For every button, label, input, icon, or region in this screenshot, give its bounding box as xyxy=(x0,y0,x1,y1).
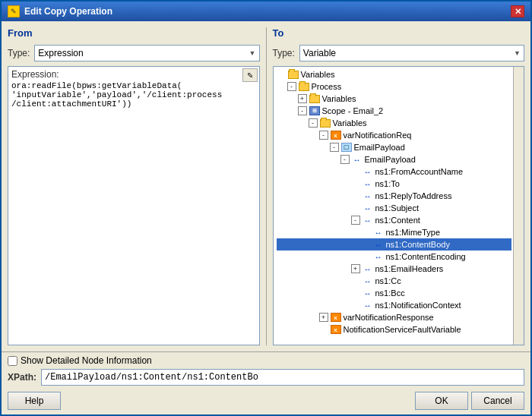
tree-row[interactable]: ↔ns1:NotificationContext xyxy=(277,299,512,311)
tree-scrollbar[interactable] xyxy=(513,67,524,345)
tree-toggle[interactable]: - xyxy=(351,216,360,225)
tree-row[interactable]: ↔ns1:Subject xyxy=(277,202,512,214)
show-detail-checkbox[interactable] xyxy=(8,356,17,366)
tree-item-label: ns1:NotificationContext xyxy=(375,301,461,310)
folder-icon xyxy=(319,118,331,128)
tree-toggle[interactable]: + xyxy=(298,94,307,103)
from-type-arrow: ▼ xyxy=(249,49,256,57)
tree-row[interactable]: -↔ns1:Content xyxy=(277,214,512,226)
arrow-icon: ↔ xyxy=(351,154,363,165)
tree-item-label: varNotificationReq xyxy=(344,131,412,140)
tree-row[interactable]: ↔ns1:MimeType xyxy=(277,226,512,238)
tree-item-label: EmailPayload xyxy=(365,155,416,164)
arrow-icon: ↔ xyxy=(362,203,374,213)
expression-label: Expression: xyxy=(8,67,259,80)
tree-item-label: EmailPayload xyxy=(354,143,405,152)
tree-item-label: ns1:ContentBody xyxy=(386,240,450,249)
tree-item-label: ns1:Bcc xyxy=(375,288,405,298)
close-button[interactable]: ✕ xyxy=(511,5,524,17)
tree-row[interactable]: +↔ns1:EmailHeaders xyxy=(277,263,512,275)
xpath-input[interactable] xyxy=(41,369,524,386)
tree-container[interactable]: Variables-Process+Variables-⊞Scope - Ema… xyxy=(273,66,525,345)
arrow-icon: ↔ xyxy=(362,300,374,310)
tree-row[interactable]: -☐EmailPayload xyxy=(277,141,512,153)
ok-cancel-group: OK Cancel xyxy=(415,392,524,410)
to-title: To xyxy=(273,27,525,39)
arrow-icon: ↔ xyxy=(362,166,374,177)
ok-button[interactable]: OK xyxy=(415,392,468,410)
tree-toggle[interactable]: - xyxy=(330,143,339,152)
tree-row[interactable]: ↔ns1:Cc xyxy=(277,275,512,287)
tree-content: Variables-Process+Variables-⊞Scope - Ema… xyxy=(274,67,514,337)
folder-icon xyxy=(298,81,310,92)
tree-row[interactable]: ↔ns1:Bcc xyxy=(277,287,512,299)
scope-icon: ⊞ xyxy=(309,106,321,116)
expression-input[interactable] xyxy=(8,80,259,345)
main-window: ✎ Edit Copy Operation ✕ From Type: Expre… xyxy=(0,0,532,416)
tree-item-label: Variables xyxy=(301,70,335,79)
help-button[interactable]: Help xyxy=(8,392,61,410)
tree-item-label: ns1:MimeType xyxy=(386,228,441,237)
folder-icon xyxy=(287,69,299,80)
folder-icon xyxy=(309,93,321,104)
arrow-icon: ↔ xyxy=(362,178,374,189)
variable-icon: x xyxy=(330,324,342,335)
variable-icon: x xyxy=(330,312,342,323)
element-icon: ☐ xyxy=(340,142,353,153)
tree-item-label: ns1:To xyxy=(375,179,400,188)
to-type-row: Type: Variable ▼ xyxy=(273,45,525,61)
bottom-bar: Show Detailed Node Information XPath: He… xyxy=(2,351,530,414)
arrow-icon: ↔ xyxy=(362,276,374,286)
tree-row[interactable]: xNotificationServiceFaultVariable xyxy=(277,323,512,336)
tree-row[interactable]: +xvarNotificationResponse xyxy=(277,311,512,323)
variable-icon: x xyxy=(330,130,342,140)
tree-item-label: ns1:Subject xyxy=(375,203,419,213)
tree-row[interactable]: ↔ns1:ReplyToAddress xyxy=(277,190,512,202)
tree-row[interactable]: -Process xyxy=(277,80,512,93)
expr-edit-btn[interactable]: ✎ xyxy=(242,68,258,82)
tree-toggle[interactable]: + xyxy=(351,264,360,273)
panel-divider xyxy=(266,27,267,345)
from-title: From xyxy=(8,27,260,39)
expression-area: Expression: ✎ xyxy=(8,66,260,345)
tree-item-label: Process xyxy=(312,82,342,91)
tree-row[interactable]: ↔ns1:ContentEncoding xyxy=(277,251,512,263)
arrow-icon: ↔ xyxy=(372,239,385,250)
from-panel: From Type: Expression ▼ Expression: ✎ xyxy=(8,27,260,345)
window-icon: ✎ xyxy=(8,5,20,17)
tree-toggle[interactable]: - xyxy=(340,155,350,164)
tree-toggle[interactable]: + xyxy=(319,313,328,322)
tree-toggle[interactable]: - xyxy=(298,106,307,115)
to-type-dropdown[interactable]: Variable ▼ xyxy=(299,45,524,61)
tree-item-label: NotificationServiceFaultVariable xyxy=(344,325,461,334)
arrow-icon: ↔ xyxy=(362,263,374,274)
tree-row[interactable]: -⊞Scope - Email_2 xyxy=(277,105,512,117)
tree-row[interactable]: +Variables xyxy=(277,93,512,105)
arrow-icon: ↔ xyxy=(372,251,385,262)
tree-item-label: varNotificationResponse xyxy=(344,313,434,322)
arrow-icon: ↔ xyxy=(362,288,374,298)
tree-toggle[interactable]: - xyxy=(309,118,318,128)
tree-toggle[interactable]: - xyxy=(287,82,296,91)
button-row: Help OK Cancel xyxy=(8,389,524,410)
xpath-row: XPath: xyxy=(8,369,524,386)
tree-item-label: Variables xyxy=(322,94,356,103)
cancel-button[interactable]: Cancel xyxy=(471,392,524,410)
tree-item-label: ns1:Content xyxy=(375,216,420,225)
tree-row[interactable]: Variables xyxy=(277,68,512,80)
tree-row[interactable]: ↔ns1:ContentBody xyxy=(277,238,512,251)
title-bar-left: ✎ Edit Copy Operation xyxy=(8,5,112,17)
tree-row[interactable]: -↔EmailPayload xyxy=(277,153,512,165)
tree-row[interactable]: -Variables xyxy=(277,117,512,129)
from-type-dropdown[interactable]: Expression ▼ xyxy=(34,45,259,61)
to-type-value: Variable xyxy=(303,48,336,58)
tree-row[interactable]: ↔ns1:To xyxy=(277,178,512,190)
to-type-label: Type: xyxy=(273,48,295,58)
to-panel: To Type: Variable ▼ Variables-Process+Va… xyxy=(273,27,525,345)
from-type-label: Type: xyxy=(8,48,30,58)
xpath-label: XPath: xyxy=(8,372,36,383)
tree-toggle[interactable]: - xyxy=(319,131,328,140)
tree-row[interactable]: ↔ns1:FromAccountName xyxy=(277,165,512,178)
arrow-icon: ↔ xyxy=(362,191,374,201)
tree-row[interactable]: -xvarNotificationReq xyxy=(277,129,512,141)
